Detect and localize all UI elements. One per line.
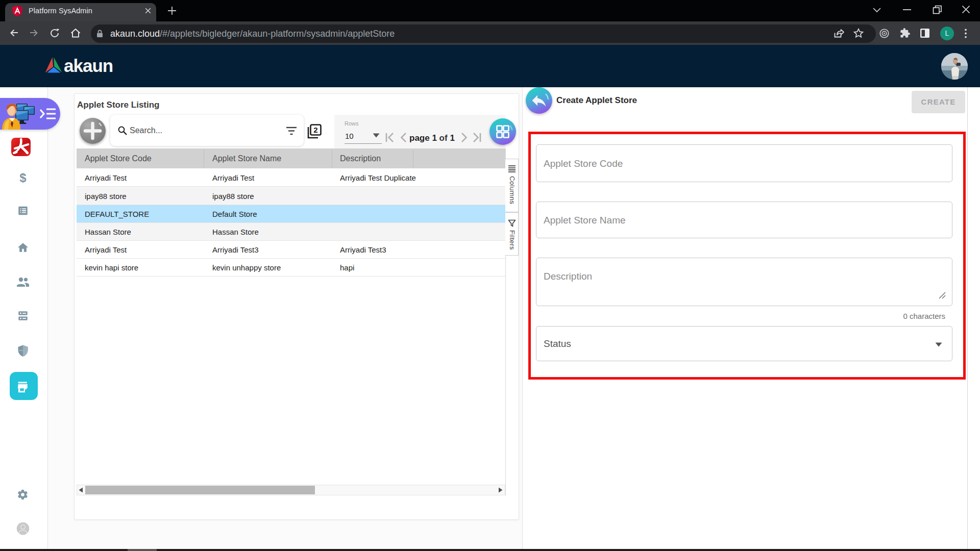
svg-text:$: $: [19, 171, 26, 185]
svg-text:2: 2: [313, 126, 317, 134]
